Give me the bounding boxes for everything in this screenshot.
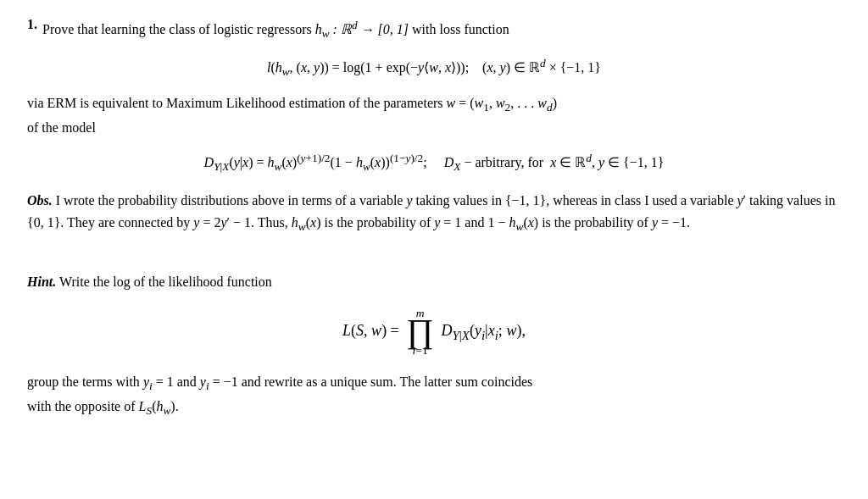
via-erm-text: via ERM is equivalent to Maximum Likelih… (27, 96, 557, 110)
problem-number: 1. (27, 17, 37, 32)
hint-block: Hint. Write the log of the likelihood fu… (27, 248, 841, 293)
problem-header: 1. Prove that learning the class of logi… (27, 17, 841, 43)
group-terms-text: group the terms with yi = 1 and yi = −1 … (27, 374, 532, 413)
obs-block: Obs. I wrote the probability distributio… (27, 190, 841, 237)
of-the-model-text: of the model (27, 120, 96, 135)
obs-label: Obs. (27, 193, 53, 208)
likelihood-lhs: L(S, w) = (342, 322, 403, 339)
model-eq-content: DY|X(y|x) = hw(x)(y+1)/2(1 − hw(x))(1−y)… (204, 155, 665, 169)
via-erm-paragraph: via ERM is equivalent to Maximum Likelih… (27, 92, 841, 138)
hint-text: Write the log of the likelihood function (59, 274, 272, 289)
product-with-limits: m ∏ i=1 (406, 307, 434, 358)
loss-equation: l(hw, (x, y)) = log(1 + exp(−y⟨w, x⟩)); … (27, 53, 841, 83)
hint-label: Hint. (27, 274, 56, 289)
model-equation: DY|X(y|x) = hw(x)(y+1)/2(1 − hw(x))(1−y)… (27, 148, 841, 178)
hw-notation: hw : ℝd → [0, 1] (315, 22, 412, 36)
problem-intro-text: Prove that learning the class of logisti… (42, 17, 509, 43)
loss-eq-text: l(hw, (x, y)) = log(1 + exp(−y⟨w, x⟩)); … (267, 60, 601, 75)
obs-text: I wrote the probability distributions ab… (27, 193, 835, 230)
likelihood-term: DY|X(yi|xi; w), (441, 322, 526, 339)
bottom-paragraph: group the terms with yi = 1 and yi = −1 … (27, 371, 841, 420)
product-subscript: i=1 (413, 344, 428, 358)
likelihood-equation: L(S, w) = m ∏ i=1 DY|X(yi|xi; w), (27, 307, 841, 358)
main-content: 1. Prove that learning the class of logi… (27, 17, 841, 420)
